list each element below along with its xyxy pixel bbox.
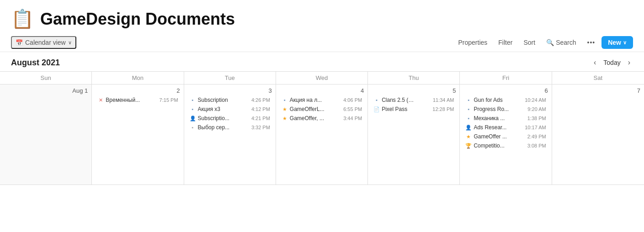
- event-name: GameOffer, ...: [290, 115, 341, 121]
- event-time: 3:08 PM: [527, 143, 546, 148]
- event[interactable]: ▪ Clans 2.5 (… 11:34 AM: [372, 96, 456, 104]
- next-month-button[interactable]: ›: [625, 57, 633, 69]
- x-icon: ✕: [97, 97, 104, 103]
- prev-month-button[interactable]: ‹: [591, 57, 599, 69]
- event-time: 4:21 PM: [251, 116, 270, 121]
- event-name: Акция х3: [198, 106, 250, 112]
- event-name: Clans 2.5 (…: [382, 97, 431, 103]
- event-name: GameOfferL...: [290, 106, 341, 112]
- sort-button[interactable]: Sort: [519, 36, 540, 49]
- day-header-wed: Wed: [276, 72, 368, 84]
- search-button[interactable]: 🔍 Search: [542, 36, 580, 49]
- toolbar: 📅 Calendar view ∨ Properties Filter Sort…: [0, 33, 644, 52]
- day-number: 7: [556, 87, 640, 94]
- event-name: Subscription: [198, 97, 250, 103]
- person-icon: 👤: [190, 116, 196, 121]
- new-chevron-icon: ∨: [623, 40, 627, 46]
- day-number: 2: [96, 87, 180, 94]
- event-time: 10:17 AM: [525, 125, 546, 130]
- day-number: 5: [372, 87, 456, 94]
- today-badge: 6: [544, 87, 548, 94]
- event-time: 4:12 PM: [251, 106, 270, 112]
- calendar-nav: August 2021 ‹ Today ›: [0, 52, 644, 71]
- event-time: 4:06 PM: [343, 97, 362, 103]
- day-header-fri: Fri: [460, 72, 552, 84]
- doc-icon: ▪: [282, 97, 288, 103]
- properties-button[interactable]: Properties: [454, 36, 492, 49]
- trophy-icon: 🏆: [465, 143, 472, 149]
- event[interactable]: ▪ Акция х3 4:12 PM: [188, 105, 272, 113]
- calendar-view-label: Calendar view: [25, 39, 66, 46]
- star-icon: ★: [282, 106, 288, 112]
- month-year-label: August 2021: [11, 58, 60, 68]
- calendar-view-button[interactable]: 📅 Calendar view ∨: [11, 36, 76, 49]
- new-button[interactable]: New ∨: [601, 36, 633, 49]
- event[interactable]: 🏆 Competitio... 3:08 PM: [463, 142, 548, 150]
- day-cell-3: 3 ▪ Subscription 4:26 PM ▪ Акция х3 4:12…: [184, 84, 276, 185]
- event[interactable]: ▪ Progress Ro... 9:20 AM: [463, 105, 548, 113]
- event-time: 11:34 AM: [433, 97, 454, 103]
- day-headers: Sun Mon Tue Wed Thu Fri Sat: [0, 72, 644, 84]
- chevron-down-icon: ∨: [68, 40, 72, 46]
- doc-icon: ▪: [465, 106, 472, 112]
- day-number: Aug 1: [4, 87, 88, 94]
- event-time: 3:44 PM: [343, 116, 362, 121]
- event-name: Subscriptio...: [198, 115, 250, 121]
- week-row: Aug 1 2 ✕ Временный... 7:15 PM 3 ▪ Subsc…: [0, 84, 644, 185]
- event-name: Progress Ro...: [474, 106, 526, 112]
- day-header-mon: Mon: [92, 72, 184, 84]
- event-time: 12:28 PM: [432, 106, 454, 112]
- more-options-button[interactable]: •••: [582, 36, 600, 49]
- event[interactable]: ★ GameOfferL... 6:55 PM: [280, 105, 364, 113]
- event-time: 6:55 PM: [343, 106, 362, 112]
- event-time: 2:49 PM: [527, 134, 546, 139]
- day-cell-7: 7: [552, 84, 644, 185]
- event-name: GameOffer ...: [474, 133, 525, 140]
- day-cell-aug1: Aug 1: [0, 84, 92, 185]
- doc-icon: ▪: [190, 97, 196, 103]
- event-name: Выбор сер...: [198, 124, 250, 131]
- event[interactable]: ✕ Временный... 7:15 PM: [96, 96, 180, 104]
- day-header-thu: Thu: [368, 72, 460, 84]
- page-icon: 📋: [11, 8, 34, 30]
- event[interactable]: ▪ Gun for Ads 10:24 AM: [463, 96, 548, 104]
- event-name: Gun for Ads: [474, 97, 523, 103]
- event-name: Временный...: [106, 97, 157, 103]
- event[interactable]: ▪ Выбор сер... 3:32 PM: [188, 123, 272, 132]
- filter-button[interactable]: Filter: [494, 36, 517, 49]
- day-cell-5: 5 ▪ Clans 2.5 (… 11:34 AM 📄 Pixel Pass 1…: [368, 84, 460, 185]
- toolbar-left: 📅 Calendar view ∨: [11, 36, 76, 49]
- event[interactable]: 👤 Ads Resear... 10:17 AM: [463, 123, 548, 132]
- calendar-nav-right: ‹ Today ›: [591, 57, 633, 69]
- event[interactable]: ▪ Subscription 4:26 PM: [188, 96, 272, 104]
- event-time: 7:15 PM: [160, 97, 178, 103]
- page-header: 📋 GameDesign Documents: [0, 0, 644, 33]
- event-name: Акция на л...: [290, 97, 341, 103]
- toolbar-right: Properties Filter Sort 🔍 Search ••• New …: [454, 36, 633, 49]
- today-button[interactable]: Today: [600, 57, 624, 68]
- event[interactable]: ▪ Механика ... 1:38 PM: [463, 114, 548, 122]
- event[interactable]: ★ GameOffer ... 2:49 PM: [463, 132, 548, 141]
- event-name: Механика ...: [474, 115, 525, 121]
- doc-icon: ▪: [465, 116, 472, 121]
- day-header-sat: Sat: [552, 72, 644, 84]
- doc-icon: ▪: [190, 106, 196, 112]
- event[interactable]: ▪ Акция на л... 4:06 PM: [280, 96, 364, 104]
- event[interactable]: ★ GameOffer, ... 3:44 PM: [280, 114, 364, 122]
- event-name: Competitio...: [474, 142, 525, 149]
- day-number: 3: [188, 87, 272, 94]
- calendar-view-icon: 📅: [16, 39, 23, 46]
- day-header-tue: Tue: [184, 72, 276, 84]
- event[interactable]: 👤 Subscriptio... 4:21 PM: [188, 114, 272, 122]
- page-title: GameDesign Documents: [40, 10, 235, 29]
- day-cell-4: 4 ▪ Акция на л... 4:06 PM ★ GameOfferL..…: [276, 84, 368, 185]
- event-time: 3:32 PM: [251, 125, 270, 130]
- event-time: 9:20 AM: [527, 106, 546, 112]
- day-header-sun: Sun: [0, 72, 92, 84]
- gray-icon: ▪: [190, 125, 196, 130]
- day-cell-6: 6 ▪ Gun for Ads 10:24 AM ▪ Progress Ro..…: [460, 84, 552, 185]
- event[interactable]: 📄 Pixel Pass 12:28 PM: [372, 105, 456, 113]
- event-time: 4:26 PM: [251, 97, 270, 103]
- event-name: Pixel Pass: [382, 106, 431, 112]
- search-icon: 🔍: [546, 39, 554, 46]
